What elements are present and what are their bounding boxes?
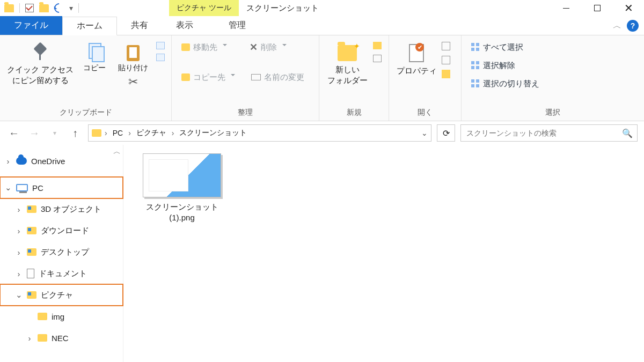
tree-item-documents[interactable]: ›ドキュメント xyxy=(0,263,123,284)
ribbon: クイック アクセス にピン留めする コピー 貼り付け ✂ クリップボード 移動先… xyxy=(0,35,644,121)
new-folder-button[interactable]: 新しい フォルダー xyxy=(326,40,369,85)
folder-icon xyxy=(38,313,47,320)
file-item[interactable]: スクリーンショット (1).png xyxy=(136,153,228,224)
scroll-up-icon[interactable]: ︿ xyxy=(113,147,121,157)
search-box[interactable]: 🔍 xyxy=(460,124,638,142)
new-folder-icon[interactable] xyxy=(39,4,49,12)
group-label-clipboard: クリップボード xyxy=(0,106,171,121)
copy-button[interactable]: コピー xyxy=(79,40,110,73)
tab-file[interactable]: ファイル xyxy=(0,16,62,35)
new-folder-label: 新しい フォルダー xyxy=(327,64,368,85)
new-item-icon[interactable] xyxy=(373,42,382,49)
tab-manage[interactable]: 管理 xyxy=(215,16,260,35)
cut-icon[interactable]: ✂ xyxy=(128,75,138,89)
qat-dropdown-icon[interactable]: ▾ xyxy=(69,4,73,12)
help-button[interactable]: ? xyxy=(627,20,639,32)
address-dropdown-icon[interactable]: ⌄ xyxy=(421,129,428,137)
delete-label: 削除 xyxy=(261,42,277,53)
crumb-pictures[interactable]: ピクチャ xyxy=(134,128,169,138)
ribbon-tabs: ファイル ホーム 共有 表示 管理 ︿ ? xyxy=(0,16,644,35)
paste-shortcut-icon[interactable] xyxy=(156,54,165,61)
select-none-icon xyxy=(471,61,480,70)
close-button[interactable]: ✕ xyxy=(613,0,644,16)
rename-button[interactable]: 名前の変更 xyxy=(248,70,308,85)
crumb-pc[interactable]: PC xyxy=(111,129,125,137)
delete-button[interactable]: ✕削除 xyxy=(246,40,290,55)
back-button[interactable]: ← xyxy=(6,125,21,141)
chevron-right-icon: › xyxy=(171,129,175,137)
delete-icon: ✕ xyxy=(250,41,258,53)
file-thumbnail xyxy=(143,153,221,197)
chevron-right-icon: › xyxy=(4,157,12,166)
folder-icon xyxy=(92,129,101,137)
chevron-right-icon: › xyxy=(15,248,23,257)
forward-button[interactable]: → xyxy=(27,125,42,141)
select-all-icon xyxy=(471,43,480,51)
invert-selection-button[interactable]: 選択の切り替え xyxy=(468,76,543,91)
tree-label: NEC xyxy=(52,334,69,343)
select-none-button[interactable]: 選択解除 xyxy=(468,58,518,73)
rename-icon xyxy=(251,74,261,80)
tree-item-3d-objects[interactable]: ›3D オブジェクト xyxy=(0,198,123,220)
paste-button[interactable]: 貼り付け ✂ xyxy=(114,40,152,89)
folder-icon xyxy=(38,334,47,342)
search-input[interactable] xyxy=(465,128,622,138)
address-bar[interactable]: › PC › ピクチャ › スクリーンショット ⌄ xyxy=(88,124,431,142)
crumb-screenshots[interactable]: スクリーンショット xyxy=(177,128,249,138)
tree-item-nec[interactable]: ›NEC xyxy=(0,327,123,349)
tree-label: PC xyxy=(32,183,43,193)
file-list[interactable]: スクリーンショット (1).png xyxy=(123,145,644,362)
up-button[interactable]: ↑ xyxy=(68,125,83,141)
open-icon[interactable] xyxy=(442,42,450,50)
rename-label: 名前の変更 xyxy=(264,72,304,83)
tab-share[interactable]: 共有 xyxy=(117,16,162,35)
window-controls: ✕ xyxy=(551,0,644,16)
history-icon[interactable] xyxy=(442,70,450,78)
copy-icon xyxy=(86,43,103,61)
tree-item-img[interactable]: img xyxy=(0,306,123,327)
easy-access-icon[interactable] xyxy=(373,55,382,62)
pin-to-quick-access-button[interactable]: クイック アクセス にピン留めする xyxy=(6,40,75,85)
tab-view[interactable]: 表示 xyxy=(162,16,207,35)
copy-to-label: コピー先 xyxy=(193,72,225,83)
tree-item-pictures[interactable]: ⌄ピクチャ xyxy=(0,284,123,306)
separator xyxy=(78,3,79,13)
copy-to-button[interactable]: コピー先 xyxy=(178,70,238,85)
move-to-button[interactable]: 移動先 xyxy=(178,40,230,55)
properties-icon xyxy=(409,44,424,62)
tree-item-desktop[interactable]: ›デスクトップ xyxy=(0,241,123,263)
folder-icon xyxy=(27,227,36,234)
tree-item-onedrive[interactable]: ›OneDrive xyxy=(0,150,123,172)
maximize-button[interactable] xyxy=(582,0,613,16)
collapse-ribbon-icon[interactable]: ︿ xyxy=(613,20,621,35)
tree-item-downloads[interactable]: ›ダウンロード xyxy=(0,220,123,241)
tree-item-pc[interactable]: ⌄PC xyxy=(0,177,123,198)
window-title: スクリーンショット xyxy=(239,0,551,16)
group-label-organize: 整理 xyxy=(172,106,319,121)
document-icon xyxy=(27,269,34,278)
minimize-button[interactable] xyxy=(551,0,582,16)
navigation-pane[interactable]: ︿ ›OneDrive ⌄PC ›3D オブジェクト ›ダウンロード ›デスクト… xyxy=(0,145,123,362)
cloud-icon xyxy=(16,157,27,165)
select-all-button[interactable]: すべて選択 xyxy=(468,40,526,55)
close-icon: ✕ xyxy=(624,2,633,14)
clipboard-extras xyxy=(156,40,165,61)
select-all-label: すべて選択 xyxy=(483,42,523,53)
properties-button[interactable]: プロパティ xyxy=(396,40,437,76)
quick-access-toolbar: ▾ xyxy=(0,0,83,16)
recent-locations-button[interactable]: ▾ xyxy=(47,125,62,141)
chevron-down-icon: ⌄ xyxy=(15,290,23,300)
tab-home[interactable]: ホーム xyxy=(62,17,117,35)
refresh-button[interactable]: ⟳ xyxy=(437,124,455,142)
copy-path-icon[interactable] xyxy=(156,42,165,49)
edit-icon[interactable] xyxy=(442,56,450,64)
contextual-tools-tab[interactable]: ピクチャ ツール xyxy=(169,0,239,16)
undo-icon[interactable] xyxy=(52,1,65,14)
group-label-select: 選択 xyxy=(462,106,644,121)
search-icon[interactable]: 🔍 xyxy=(622,128,633,138)
properties-icon[interactable] xyxy=(25,4,34,12)
folder-icon xyxy=(27,205,36,213)
new-folder-icon xyxy=(338,45,357,61)
chevron-down-icon xyxy=(282,44,287,48)
copy-to-icon xyxy=(181,73,190,81)
